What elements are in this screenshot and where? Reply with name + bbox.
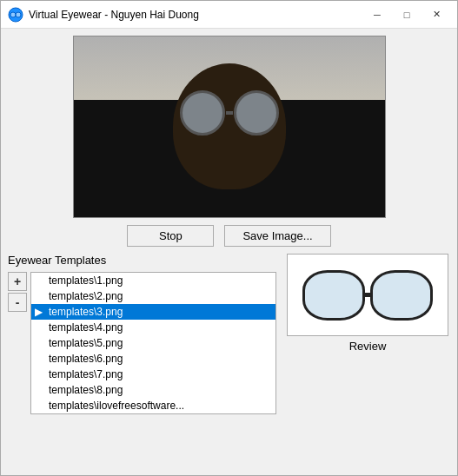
window-controls: ─ □ ✕ [363,5,450,24]
window-title: Virtual Eyewear - Nguyen Hai Duong [29,9,363,21]
close-button[interactable]: ✕ [422,5,450,24]
svg-point-1 [10,12,16,17]
glasses-bridge [226,111,233,115]
template-item[interactable]: templates\6.png [31,351,275,367]
template-list[interactable]: templates\1.pngtemplates\2.png▶templates… [30,272,276,414]
right-lens [234,90,279,136]
review-glasses [302,270,433,321]
main-content: Stop Save Image... Eyewear Templates + -… [1,29,457,475]
save-image-button[interactable]: Save Image... [224,225,330,247]
svg-point-2 [16,12,21,17]
review-left-lens [302,270,365,321]
button-row: Stop Save Image... [8,225,450,247]
maximize-button[interactable]: □ [393,5,421,24]
glasses-on-face [180,90,279,136]
main-window: Virtual Eyewear - Nguyen Hai Duong ─ □ ✕ [0,0,458,476]
video-area [8,36,450,218]
template-item[interactable]: templates\8.png [31,382,275,398]
template-item[interactable]: templates\ilovefreesoftware... [31,398,275,413]
template-item[interactable]: ▶templates\3.png [31,304,275,320]
review-right-lens [370,270,433,321]
stop-button[interactable]: Stop [127,225,214,247]
template-item[interactable]: templates\1.png [31,273,275,288]
left-lens [180,90,225,136]
minimize-button[interactable]: ─ [363,5,391,24]
template-item[interactable]: templates\5.png [31,335,275,351]
app-icon [8,7,23,23]
list-controls: + - templates\1.pngtemplates\2.png▶templ… [8,272,276,414]
template-item[interactable]: templates\4.png [31,320,275,335]
video-frame [73,36,386,218]
review-frame [287,254,448,336]
list-add-remove-buttons: + - [8,272,27,312]
template-item[interactable]: templates\7.png [31,367,275,382]
eyewear-templates-label: Eyewear Templates [8,254,276,267]
lower-section: Eyewear Templates + - templates\1.pngtem… [8,254,450,468]
review-label: Review [349,340,387,353]
add-template-button[interactable]: + [8,272,27,291]
list-section: Eyewear Templates + - templates\1.pngtem… [8,254,276,468]
titlebar: Virtual Eyewear - Nguyen Hai Duong ─ □ ✕ [1,1,457,29]
remove-template-button[interactable]: - [8,293,27,312]
template-item[interactable]: templates\2.png [31,288,275,304]
face-background [74,36,385,217]
review-section: Review [285,254,450,468]
